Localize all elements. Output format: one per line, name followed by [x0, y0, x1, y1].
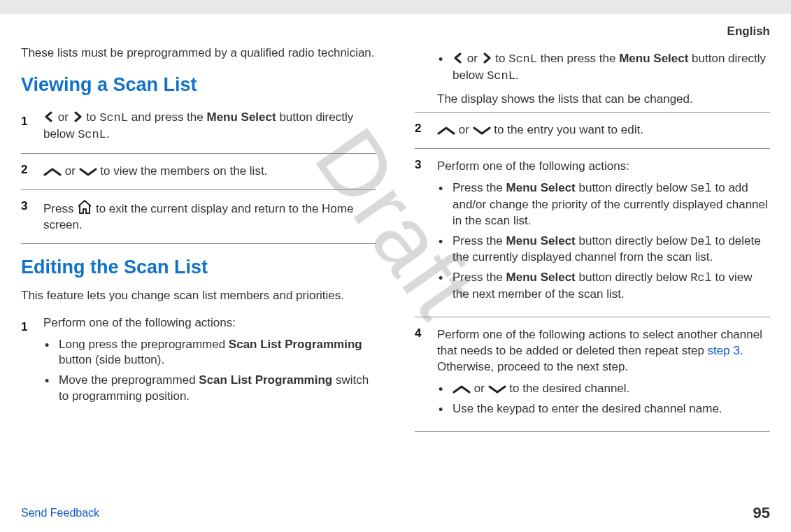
- two-column-layout: These lists must be preprogrammed by a q…: [21, 45, 770, 432]
- txt: Move the preprogrammed: [59, 373, 199, 387]
- bullet: Press the Menu Select button directly be…: [437, 233, 770, 266]
- txt: .: [106, 127, 110, 141]
- txt: Long press the preprogrammed: [59, 338, 229, 351]
- code-rcl: Rcl: [690, 271, 712, 285]
- document-page: English Draft These lists must be prepro…: [0, 14, 791, 432]
- left-column: These lists must be preprogrammed by a q…: [21, 45, 376, 432]
- bold: Menu Select: [506, 234, 576, 247]
- txt: button (side button).: [59, 353, 164, 366]
- step-4-bullets: or to the desired channel. Use the keypa…: [437, 381, 770, 417]
- bullet: Press the Menu Select button directly be…: [437, 270, 770, 303]
- txt: or: [471, 382, 488, 395]
- editing-step-4: Perform one of the following actions to …: [415, 317, 770, 432]
- page-footer: Send Feedback 95: [0, 504, 791, 522]
- txt: or: [62, 164, 79, 178]
- editing-intro: This feature lets you change scan list m…: [21, 288, 376, 304]
- code-sel: Sel: [690, 182, 712, 195]
- nav-up-icon: [43, 168, 62, 176]
- txt: or: [55, 110, 72, 124]
- step-text: or to the entry you want to edit.: [437, 122, 770, 138]
- step-1-bullets: Long press the preprogrammed Scan List P…: [43, 337, 376, 405]
- txt: to the desired channel.: [506, 382, 630, 395]
- txt: and press the: [128, 110, 206, 124]
- step-text: or to view the members on the list.: [43, 164, 376, 180]
- bold-menu-select: Menu Select: [206, 110, 276, 124]
- txt: button directly below: [576, 271, 690, 284]
- nav-up-icon: [437, 127, 455, 135]
- nav-left-icon: [452, 52, 464, 64]
- step-text: Perform one of the following actions to …: [437, 327, 770, 375]
- code-scnl: ScnL: [487, 69, 515, 82]
- txt: Press the: [452, 181, 506, 194]
- nav-down-icon: [79, 168, 97, 176]
- txt: Press: [43, 202, 77, 215]
- heading-viewing-scan-list: Viewing a Scan List: [21, 74, 376, 96]
- txt: or: [455, 123, 473, 136]
- bullet: or to the desired channel.: [437, 381, 770, 397]
- txt: then press the: [537, 52, 619, 65]
- nav-right-icon: [481, 52, 492, 64]
- bold: Menu Select: [506, 181, 576, 194]
- code-scnl: ScnL: [508, 52, 537, 66]
- bullet: Use the keypad to enter the desired chan…: [437, 401, 770, 417]
- send-feedback-link[interactable]: Send Feedback: [21, 507, 99, 519]
- code-scnl: ScnL: [99, 111, 128, 124]
- bullet: Long press the preprogrammed Scan List P…: [43, 337, 376, 369]
- nav-down-icon: [488, 385, 506, 394]
- step-3-link[interactable]: step 3: [708, 344, 740, 357]
- nav-up-icon: [452, 385, 471, 394]
- right-column: or to ScnL then press the Menu Select bu…: [415, 45, 770, 432]
- heading-editing-scan-list: Editing the Scan List: [21, 257, 376, 278]
- language-label: English: [21, 21, 770, 45]
- txt: to: [83, 110, 100, 124]
- txt: button directly below: [576, 234, 690, 247]
- code-del: Del: [690, 235, 712, 248]
- editing-step-1: Perform one of the following actions: Lo…: [21, 311, 376, 419]
- txt: or: [464, 52, 481, 65]
- viewing-step-2: or to view the members on the list.: [21, 153, 376, 189]
- txt: Use the keypad to enter the desired chan…: [452, 402, 722, 415]
- window-titlebar: [0, 0, 791, 14]
- editing-step-2: or to the entry you want to edit.: [415, 112, 770, 148]
- editing-steps-left: Perform one of the following actions: Lo…: [21, 311, 376, 419]
- step-text: Perform one of the following actions:: [43, 315, 376, 331]
- display-note: The display shows the lists that can be …: [415, 92, 770, 108]
- txt: to the entry you want to edit.: [491, 123, 643, 136]
- code-scnl: ScnL: [78, 128, 106, 141]
- step-1-bullets-cont: or to ScnL then press the Menu Select bu…: [415, 51, 770, 85]
- home-icon: [77, 200, 92, 214]
- bold: Menu Select: [506, 271, 576, 284]
- txt: .: [515, 69, 519, 82]
- bullet: or to ScnL then press the Menu Select bu…: [437, 51, 770, 85]
- bullet: Move the preprogrammed Scan List Program…: [43, 373, 376, 405]
- step-text: Press to exit the current display and re…: [43, 200, 376, 233]
- txt: to: [492, 52, 509, 65]
- page-number: 95: [753, 504, 770, 522]
- editing-steps-right: or to the entry you want to edit. Perfor…: [415, 112, 770, 432]
- nav-down-icon: [473, 127, 491, 135]
- intro-text: These lists must be preprogrammed by a q…: [21, 45, 376, 62]
- bold: Scan List Programming: [199, 373, 332, 387]
- step-3-bullets: Press the Menu Select button directly be…: [437, 180, 770, 303]
- txt: Press the: [452, 271, 506, 284]
- bold: Scan List Programming: [229, 338, 362, 351]
- step-text: Perform one of the following actions:: [437, 159, 770, 175]
- nav-left-icon: [43, 111, 55, 122]
- viewing-step-3: Press to exit the current display and re…: [21, 189, 376, 244]
- viewing-step-1: or to ScnL and press the Menu Select but…: [21, 106, 376, 153]
- nav-right-icon: [72, 111, 83, 122]
- viewing-steps: or to ScnL and press the Menu Select but…: [21, 106, 376, 244]
- txt: button directly below: [576, 181, 690, 194]
- step-text: or to ScnL and press the Menu Select but…: [43, 110, 376, 143]
- txt: to view the members on the list.: [97, 164, 268, 178]
- bullet: Press the Menu Select button directly be…: [437, 180, 770, 229]
- txt: Press the: [452, 234, 506, 247]
- editing-step-3: Perform one of the following actions: Pr…: [415, 148, 770, 317]
- bold-menu-select: Menu Select: [619, 52, 688, 65]
